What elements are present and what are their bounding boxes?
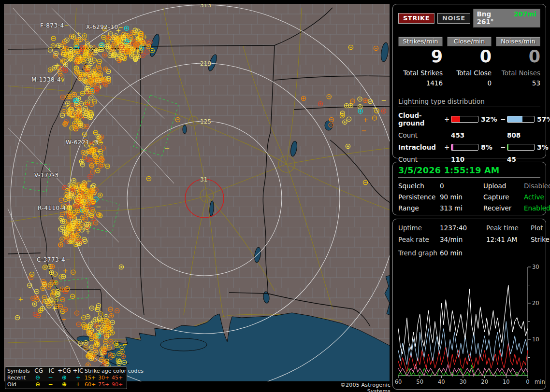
upload-status: Disabled: [524, 182, 550, 190]
trend-graph-label: Trend graph: [398, 249, 440, 257]
svg-text:F-873-4−: F-873-4−: [40, 22, 69, 29]
peak-time-value: 12:41 AM: [486, 236, 531, 243]
svg-text:R-4110-4: R-4110-4: [38, 205, 66, 211]
svg-text:30: 30: [532, 264, 539, 270]
persistence-label: Persistence: [398, 193, 440, 201]
cg-neg-percent: 57%: [535, 115, 550, 123]
age-75-label: 75+: [98, 381, 112, 388]
persistence-value: 90 min: [440, 193, 483, 201]
ic-pos-percent: 8%: [478, 143, 500, 151]
map-legend: Symbols -CG -IC +CG +IC Strike age color…: [5, 366, 127, 389]
svg-text:30: 30: [460, 378, 467, 385]
peak-rate-label: Peak rate: [398, 236, 440, 243]
legend-header-ic-neg: -IC: [44, 368, 57, 374]
noise-button[interactable]: NOISE: [437, 13, 470, 24]
svg-text:20: 20: [481, 378, 488, 385]
svg-text:313: 313: [200, 4, 211, 9]
range-value: 313 mi: [440, 204, 483, 212]
total-strikes-label: Total Strikes: [398, 69, 443, 77]
strikes-per-min-chip[interactable]: Strikes/min: [398, 37, 443, 46]
uptime-label: Uptime: [398, 224, 440, 232]
datetime-display: 3/5/2026 1:55:19 AM: [398, 166, 540, 178]
svg-text:M-1338-4v: M-1338-4v: [31, 76, 65, 83]
series-ic-positive: [398, 365, 528, 376]
age-60-label: 60+: [85, 381, 98, 388]
legend-header-cg-pos: +CG: [57, 368, 72, 374]
svg-text:219: 219: [200, 60, 211, 67]
legend-header-cg-neg: -CG: [31, 368, 44, 374]
svg-text:0: 0: [526, 378, 529, 385]
cg-count-label: Count: [398, 131, 444, 139]
total-close-value: 0: [447, 79, 492, 87]
svg-text:50: 50: [416, 378, 423, 385]
capture-label: Capture: [483, 193, 524, 201]
cloud-ground-label: Cloud-ground: [398, 112, 444, 127]
peak-time-label: Peak time: [486, 224, 531, 232]
age-30-label: 30+: [98, 375, 112, 381]
minus-sign: −: [500, 143, 507, 151]
total-close-label: Total Close: [447, 69, 492, 77]
cg-neg-old-icon: ⊖: [31, 381, 44, 388]
ic-neg-bar: [507, 144, 535, 151]
legend-row-recent-label: Recent: [7, 375, 31, 381]
minus-sign: −: [500, 115, 507, 123]
cg-pos-recent-icon: ⊕: [57, 375, 72, 381]
bearing-indicator: Bng 261° 207mi: [473, 9, 540, 28]
svg-text:20: 20: [532, 300, 539, 307]
svg-text:10: 10: [503, 378, 510, 385]
svg-text:V-177-3: V-177-3: [34, 172, 58, 179]
series-ic-negative: [398, 365, 528, 376]
plot-label: Plot: [531, 224, 550, 232]
svg-text:W-6221+3−: W-6221+3−: [66, 139, 104, 146]
svg-text:min: min: [535, 378, 545, 385]
ic-neg-old-icon: −: [44, 381, 57, 388]
cg-pos-percent: 32%: [478, 115, 500, 123]
plus-sign: +: [444, 143, 451, 151]
distribution-title: Lightning type distribution: [398, 98, 540, 107]
svg-text:125: 125: [200, 118, 211, 125]
legend-row-old-label: Old: [7, 381, 31, 388]
cg-neg-recent-icon: ⊖: [31, 375, 44, 381]
total-noises-value: 53: [496, 79, 540, 87]
uptime-value: 1237:40: [440, 224, 486, 232]
peak-rate-value: 34/min: [440, 236, 486, 243]
total-noises-label: Total Noises: [496, 69, 540, 77]
plus-sign: +: [444, 115, 451, 123]
bearing-value: Bng 261°: [477, 10, 507, 26]
ic-neg-recent-icon: −: [44, 375, 57, 381]
status-panel: 3/5/2026 1:55:19 AM Squelch 0 Upload Dis…: [392, 162, 546, 215]
svg-text:40: 40: [438, 378, 445, 385]
range-label: Range: [398, 204, 440, 212]
chart-series: [398, 285, 528, 376]
ic-pos-bar: [451, 144, 478, 151]
total-strikes-value: 1416: [398, 79, 443, 87]
cg-pos-bar: [451, 116, 478, 123]
ic-neg-percent: 3%: [535, 143, 550, 151]
legend-header-age: Strike age color codes: [85, 368, 123, 374]
map-container: 31321912531F-873-4−X-6292-10−M-1338-4vW-…: [4, 4, 390, 381]
svg-text:60: 60: [395, 378, 402, 385]
svg-text:C-3773-4−: C-3773-4−: [37, 256, 71, 263]
strike-button[interactable]: STRIKE: [398, 13, 434, 24]
noises-per-min-value: 0: [496, 48, 540, 66]
lightning-map[interactable]: 31321912531F-873-4−X-6292-10−M-1338-4vW-…: [4, 4, 390, 381]
age-45-label: 45+: [112, 375, 123, 381]
svg-text:X-6292-10−: X-6292-10−: [86, 24, 123, 30]
close-per-min-value: 0: [447, 48, 492, 66]
trend-panel: Uptime 1237:40 Peak time Plot Peak rate …: [392, 219, 546, 390]
cg-neg-count: 808: [507, 131, 535, 139]
trend-chart: 1020306050403020100min: [394, 262, 546, 388]
close-per-min-chip[interactable]: Close/min: [447, 37, 492, 46]
cg-pos-old-icon: ⊕: [57, 381, 72, 388]
trend-graph-value: 60 min: [440, 249, 486, 257]
ic-pos-recent-icon: +: [72, 375, 85, 381]
cg-neg-bar: [507, 116, 535, 123]
app-window: 31321912531F-873-4−X-6292-10−M-1338-4vW-…: [0, 0, 550, 392]
noises-per-min-chip[interactable]: Noises/min: [496, 37, 540, 46]
strikes-per-min-value: 9: [398, 48, 443, 66]
legend-header-symbols: Symbols: [7, 368, 31, 374]
intracloud-label: Intracloud: [398, 143, 444, 151]
stats-panel: STRIKE NOISE Bng 261° 207mi Strikes/min …: [392, 4, 546, 158]
plot-value: Strike: [531, 236, 550, 243]
squelch-label: Squelch: [398, 182, 440, 190]
